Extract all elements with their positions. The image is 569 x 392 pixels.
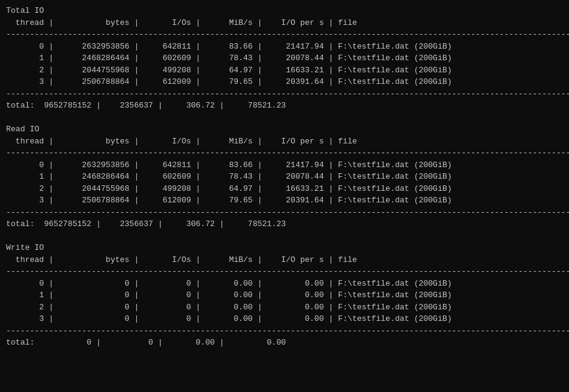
section-2: Write IO thread | bytes | I/Os | MiB/s |… [6,242,563,349]
section-1: Read IO thread | bytes | I/Os | MiB/s | … [6,123,563,242]
section-0: Total IO thread | bytes | I/Os | MiB/s |… [6,5,563,123]
main-container: Total IO thread | bytes | I/Os | MiB/s |… [6,5,563,349]
